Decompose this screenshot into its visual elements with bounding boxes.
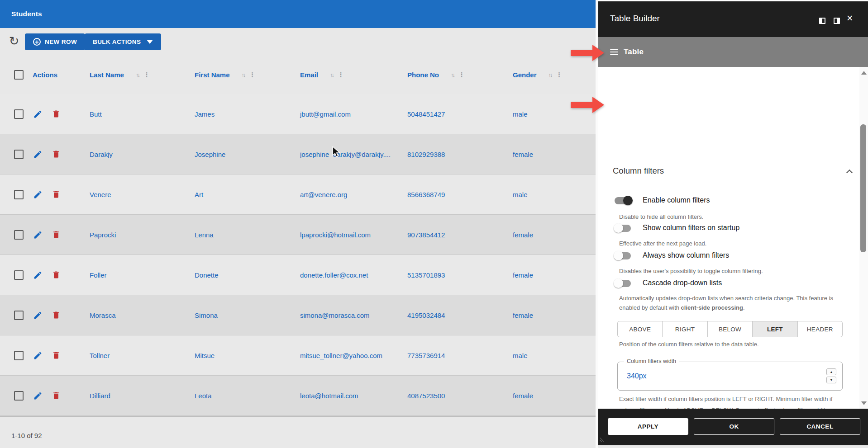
ok-button[interactable]: OK	[694, 418, 774, 435]
position-option-header[interactable]: HEADER	[798, 321, 842, 337]
table-row[interactable]: Morasca Simona simona@morasca.com 419503…	[0, 295, 598, 335]
edit-row-button[interactable]	[33, 391, 43, 401]
position-helper: Position of the column filters relative …	[619, 340, 759, 349]
cell-phone: 4195032484	[406, 311, 512, 319]
collapse-chevron-icon[interactable]	[846, 170, 853, 176]
cancel-button[interactable]: CANCEL	[780, 418, 860, 435]
table-row[interactable]: Foller Donette donette.foller@cox.net 51…	[0, 255, 598, 295]
cell-last-name: Foller	[89, 271, 194, 279]
column-header-first-name[interactable]: First Name ↑↓⋮	[194, 71, 299, 79]
column-header-phone[interactable]: Phone No ↑↓⋮	[406, 71, 512, 79]
pencil-icon	[33, 311, 43, 320]
column-menu-icon[interactable]: ⋮	[249, 71, 256, 78]
row-checkbox[interactable]	[14, 109, 24, 119]
row-checkbox[interactable]	[14, 150, 24, 159]
scroll-down-icon[interactable]	[861, 401, 867, 405]
delete-row-button[interactable]	[51, 189, 61, 199]
table-row[interactable]: Darakjy Josephine josephine_darakjy@dara…	[0, 134, 598, 174]
cell-email: leota@hotmail.com	[299, 392, 406, 400]
edit-row-button[interactable]	[33, 230, 43, 240]
pencil-icon	[33, 270, 43, 280]
delete-row-button[interactable]	[51, 230, 61, 240]
sort-icon[interactable]: ↑↓	[242, 71, 245, 78]
scrollbar-thumb[interactable]	[860, 124, 866, 252]
delete-row-button[interactable]	[51, 310, 61, 320]
toggle-enable-column-filters[interactable]	[615, 197, 632, 205]
section-header-table[interactable]: Table	[598, 37, 868, 67]
edit-row-button[interactable]	[33, 149, 43, 159]
trash-icon	[52, 150, 61, 159]
column-header-gender[interactable]: Gender ↑↓⋮	[512, 71, 598, 79]
bulk-actions-button[interactable]: BULK ACTIONS	[85, 33, 161, 50]
toggle-show-on-startup[interactable]	[615, 224, 632, 232]
row-checkbox[interactable]	[14, 230, 24, 240]
position-option-below[interactable]: BELOW	[708, 321, 753, 337]
width-value[interactable]: 340px	[627, 372, 647, 380]
position-option-right[interactable]: RIGHT	[663, 321, 707, 337]
table-row[interactable]: Venere Art art@venere.org 8566368749 mal…	[0, 174, 598, 215]
scroll-up-icon[interactable]	[861, 71, 867, 75]
delete-row-button[interactable]	[51, 109, 61, 119]
edit-row-button[interactable]	[33, 310, 43, 320]
cell-phone: 4087523500	[406, 392, 512, 400]
delete-row-button[interactable]	[51, 270, 61, 280]
resize-handle[interactable]	[600, 437, 605, 442]
dock-right-icon[interactable]	[834, 18, 840, 24]
trash-icon	[52, 190, 61, 199]
row-checkbox[interactable]	[14, 351, 24, 360]
cell-email: simona@morasca.com	[299, 311, 406, 319]
table-row[interactable]: Butt James jbutt@gmail.com 5048451427 ma…	[0, 94, 598, 134]
edit-row-button[interactable]	[33, 270, 43, 280]
column-menu-icon[interactable]: ⋮	[338, 71, 344, 78]
column-menu-icon[interactable]: ⋮	[458, 71, 465, 78]
select-all-checkbox[interactable]	[14, 70, 24, 80]
panel-scrollbar[interactable]	[859, 67, 868, 409]
table-row[interactable]: Paprocki Lenna lpaprocki@hotmail.com 907…	[0, 215, 598, 255]
column-menu-icon[interactable]: ⋮	[143, 71, 150, 78]
pencil-icon	[33, 230, 43, 240]
edit-row-button[interactable]	[33, 109, 43, 119]
apply-button[interactable]: APPLY	[608, 418, 688, 435]
column-filters-width-field[interactable]: Column filters width 340px ▲ ▼	[617, 362, 843, 391]
column-header-last-name[interactable]: Last Name ↑↓⋮	[89, 71, 194, 79]
dialog-titlebar[interactable]: Table Builder ×	[598, 1, 868, 37]
sort-icon[interactable]: ↑↓	[451, 71, 454, 78]
new-row-button[interactable]: + NEW ROW	[25, 33, 85, 50]
screen: Students ↻ + NEW ROW BULK ACTIONS Action…	[0, 0, 868, 448]
new-row-label: NEW ROW	[45, 38, 77, 45]
pencil-icon	[33, 351, 43, 360]
sort-icon[interactable]: ↑↓	[548, 71, 552, 78]
dock-left-icon[interactable]	[819, 18, 825, 24]
delete-row-button[interactable]	[51, 350, 61, 360]
dialog-bottom-strip	[598, 445, 868, 448]
table-header-row: Actions Last Name ↑↓⋮ First Name ↑↓⋮ Ema…	[0, 64, 598, 85]
close-icon[interactable]: ×	[847, 13, 853, 24]
toggle-always-show[interactable]	[615, 252, 632, 260]
edit-row-button[interactable]	[33, 350, 43, 360]
row-checkbox[interactable]	[14, 311, 24, 320]
sort-icon[interactable]: ↑↓	[330, 71, 333, 78]
edit-row-button[interactable]	[33, 189, 43, 199]
row-checkbox[interactable]	[14, 391, 24, 401]
position-option-left[interactable]: LEFT	[753, 321, 797, 337]
table-row[interactable]: Dilliard Leota leota@hotmail.com 4087523…	[0, 376, 598, 416]
sort-icon[interactable]: ↑↓	[136, 71, 139, 78]
row-checkbox[interactable]	[14, 190, 24, 199]
dialog-footer: APPLY OK CANCEL	[598, 409, 868, 445]
row-checkbox[interactable]	[14, 270, 24, 280]
pencil-icon	[33, 391, 43, 401]
cell-gender: female	[512, 151, 598, 158]
table-row[interactable]: Tollner Mitsue mitsue_tollner@yahoo.com …	[0, 335, 598, 376]
refresh-icon[interactable]: ↻	[7, 34, 21, 48]
column-header-email[interactable]: Email ↑↓⋮	[299, 71, 406, 79]
delete-row-button[interactable]	[51, 149, 61, 159]
pencil-icon	[33, 150, 43, 159]
toggle-helper: Disables the user's possibility to toggl…	[619, 266, 763, 276]
toggle-cascade-dropdowns[interactable]	[615, 279, 632, 288]
spinner-down-button[interactable]: ▼	[826, 377, 836, 383]
spinner-up-button[interactable]: ▲	[826, 368, 836, 375]
position-option-above[interactable]: ABOVE	[618, 321, 663, 337]
delete-row-button[interactable]	[51, 391, 61, 401]
column-menu-icon[interactable]: ⋮	[556, 71, 563, 78]
cell-gender: male	[512, 352, 598, 359]
